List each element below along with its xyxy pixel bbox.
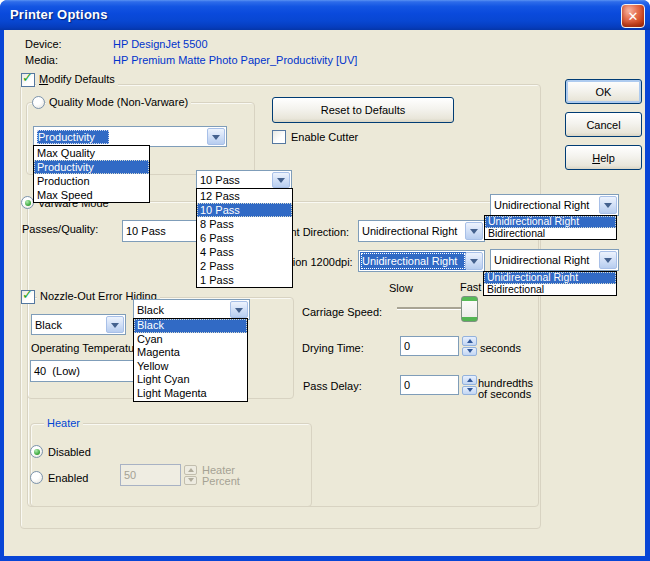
media-label: Media: — [25, 54, 58, 67]
device-value: HP DesignJet 5500 — [113, 38, 208, 51]
pass-count-value: 10 Pass — [200, 171, 240, 189]
checkmark-icon: ✓ — [22, 71, 33, 84]
dropdown-option[interactable]: Bidirectional — [484, 284, 616, 296]
direction-1200dpi-combobox[interactable]: Unidirectional Right — [358, 250, 485, 272]
passes-quality-label: Passes/Quality: — [22, 223, 98, 236]
dropdown-option[interactable]: Max Quality — [34, 146, 149, 160]
direction-options-list-2: Unidirectional RightBidirectional — [483, 271, 617, 296]
nozzle-out-checkbox[interactable]: ✓ — [21, 290, 35, 304]
ink-color-value: Black — [35, 315, 62, 334]
dropdown-option[interactable]: 10 Pass — [197, 203, 292, 217]
print-direction-dropdown-button[interactable] — [465, 222, 483, 240]
direction-combobox-open-1[interactable]: Unidirectional Right — [490, 194, 619, 216]
device-label: Device: — [25, 38, 62, 51]
dropdown-option[interactable]: Yellow — [134, 360, 247, 374]
dropdown-option[interactable]: Magenta — [134, 346, 247, 360]
modify-defaults-label[interactable]: Modify Defaults — [36, 73, 118, 86]
quality-mode-combobox[interactable]: Productivity — [33, 126, 227, 147]
quality-mode-radio[interactable] — [32, 96, 45, 109]
spin-down-icon — [467, 349, 473, 353]
dialog-title: Printer Options — [10, 7, 108, 22]
spin-down-icon — [467, 388, 473, 392]
dropdown-option[interactable]: Unidirectional Right — [485, 216, 616, 228]
pass-delay-label: Pass Delay: — [303, 380, 362, 393]
enable-cutter-label[interactable]: Enable Cutter — [291, 131, 358, 144]
pass-count-dropdown-button[interactable] — [272, 172, 290, 188]
reset-to-defaults-button[interactable]: Reset to Defaults — [272, 97, 454, 123]
heater-percent-input — [120, 464, 181, 486]
direction-dropdown-button-2[interactable] — [599, 251, 617, 269]
chevron-down-icon — [470, 259, 478, 264]
pass-delay-unit-line2: of seconds — [478, 388, 531, 401]
carriage-speed-slider-thumb[interactable] — [461, 296, 478, 322]
dropdown-option[interactable]: 8 Pass — [197, 217, 292, 231]
heater-disabled-label[interactable]: Disabled — [48, 446, 91, 459]
cancel-button[interactable]: Cancel — [565, 112, 642, 137]
ink-color-combobox-open[interactable]: Black — [133, 299, 250, 320]
heater-percent-label-line2: Percent — [202, 475, 240, 488]
ink-color-options-list: BlackCyanMagentaYellowLight CyanLight Ma… — [133, 318, 248, 402]
operating-temperature-label: Operating Temperature — [31, 342, 144, 355]
help-button[interactable]: Help — [565, 145, 642, 170]
chevron-down-icon — [235, 308, 243, 313]
dropdown-option[interactable]: Cyan — [134, 333, 247, 347]
dropdown-option[interactable]: Bidirectional — [485, 228, 616, 240]
spin-up-button[interactable] — [462, 375, 477, 385]
modify-defaults-checkbox[interactable]: ✓ — [21, 73, 35, 87]
ink-color-float-value: Black — [137, 300, 164, 319]
direction-combobox-open-2[interactable]: Unidirectional Right — [490, 249, 619, 271]
chevron-down-icon — [212, 135, 220, 140]
quality-options-list: Max QualityProductivityProductionMax Spe… — [33, 145, 150, 203]
pass-delay-spinner[interactable] — [462, 375, 477, 395]
heater-disabled-radio[interactable] — [30, 445, 43, 458]
heater-enabled-label[interactable]: Enabled — [48, 472, 88, 485]
drying-time-spinner[interactable] — [462, 336, 477, 356]
quality-combo-dropdown-button[interactable] — [207, 128, 225, 145]
direction-1200dpi-value: Unidirectional Right — [362, 251, 457, 271]
printer-options-dialog: Printer Options ✕ Device: HP DesignJet 5… — [0, 0, 650, 561]
heater-enabled-radio[interactable] — [30, 471, 43, 484]
spin-down-button[interactable] — [462, 347, 477, 357]
chevron-down-icon — [111, 323, 119, 328]
dropdown-option[interactable]: Black — [134, 319, 247, 333]
dropdown-option[interactable]: Production — [34, 174, 149, 188]
dropdown-option[interactable]: Light Magenta — [134, 387, 247, 401]
print-direction-combobox[interactable]: Unidirectional Right — [358, 220, 485, 242]
dropdown-option[interactable]: 2 Pass — [197, 259, 292, 273]
spin-up-button — [184, 465, 197, 475]
radio-dot — [25, 200, 31, 206]
ink-color-combobox[interactable]: Black — [31, 314, 126, 335]
spin-up-icon — [188, 468, 194, 472]
fast-label: Fast — [460, 281, 481, 294]
dropdown-option[interactable]: Productivity — [34, 160, 149, 174]
pass-count-combobox-open[interactable]: 10 Pass — [196, 170, 292, 190]
direction-dropdown-button-1[interactable] — [599, 196, 617, 214]
slow-label: Slow — [389, 282, 413, 295]
carriage-speed-label: Carriage Speed: — [302, 306, 382, 319]
ink-color-dropdown-button-open[interactable] — [230, 301, 248, 318]
ok-button[interactable]: OK — [565, 79, 642, 104]
dropdown-option[interactable]: 12 Pass — [197, 189, 292, 203]
spin-up-button[interactable] — [462, 336, 477, 346]
dropdown-option[interactable]: Unidirectional Right — [484, 272, 616, 284]
drying-time-label: Drying Time: — [302, 342, 364, 355]
dropdown-option[interactable]: 4 Pass — [197, 245, 292, 259]
title-bar: Printer Options ✕ — [0, 0, 650, 30]
close-button[interactable]: ✕ — [621, 4, 645, 28]
enable-cutter-checkbox[interactable] — [272, 130, 286, 144]
radio-dot — [34, 449, 40, 455]
dropdown-option[interactable]: Max Speed — [34, 188, 149, 202]
chevron-down-icon — [470, 229, 478, 234]
spin-down-button[interactable] — [462, 386, 477, 396]
print-direction-value: Unidirectional Right — [362, 221, 457, 241]
dropdown-option[interactable]: 6 Pass — [197, 231, 292, 245]
pass-delay-input[interactable] — [400, 375, 459, 395]
pass-count-options-list: 12 Pass10 Pass8 Pass6 Pass4 Pass2 Pass1 … — [196, 188, 293, 288]
direction-options-list-1: Unidirectional RightBidirectional — [484, 215, 617, 240]
dropdown-option[interactable]: Light Cyan — [134, 373, 247, 387]
direction-1200dpi-dropdown-button[interactable] — [465, 252, 483, 270]
dropdown-option[interactable]: 1 Pass — [197, 273, 292, 287]
drying-time-input[interactable] — [400, 336, 459, 356]
ink-color-dropdown-button[interactable] — [106, 316, 124, 333]
quality-mode-label[interactable]: Quality Mode (Non-Varware) — [46, 96, 191, 109]
